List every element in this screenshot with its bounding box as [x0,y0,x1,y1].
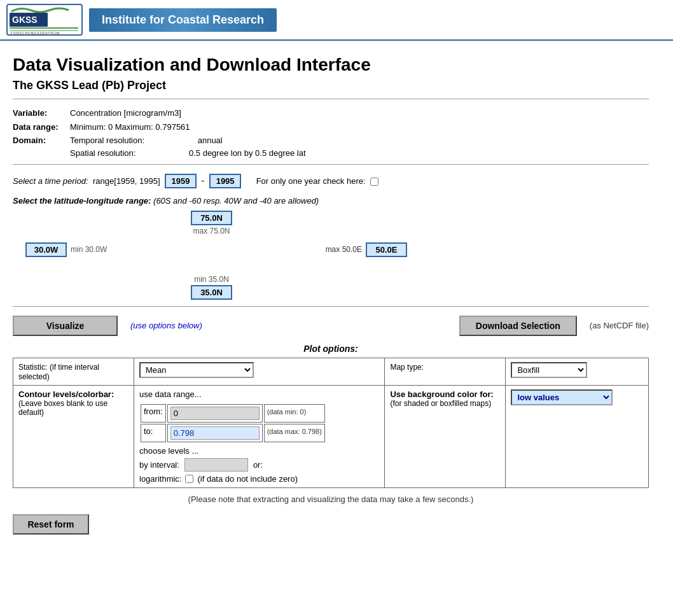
interval-row: by interval: or: [139,458,379,472]
bg-color-control-cell: low values high values none [506,385,649,487]
south-input[interactable] [191,285,232,300]
netcdf-label: (as NetCDF file) [590,321,649,330]
data-range-label: Data range: [13,121,70,134]
south-min-label: min 35.0N [191,275,232,284]
contour-controls-cell: use data range... from: (data min: 0) [134,385,385,487]
north-input[interactable] [191,211,232,225]
variable-value: Concentration [microgram/m3] [70,107,181,120]
data-range-value: Minimum: 0 Maximum: 0.797561 [70,121,190,134]
time-label: Select a time period: [13,176,88,186]
metadata-section: Variable: Concentration [microgram/m3] D… [13,107,649,158]
domain-value: Temporal resolution: annual [70,134,223,147]
logarithmic-checkbox[interactable] [185,475,193,483]
logarithmic-label: logarithmic: [139,474,181,484]
latlon-label: Select the latitude-longitude range: (60… [13,196,649,206]
interval-input[interactable] [184,458,248,472]
data-min-label: (data min: 0) [267,408,307,416]
to-label-cell: to: [141,424,166,442]
header-banner: GKSS FORSCHUNGSZENTRUM Institute for Coa… [0,0,673,41]
map-type-select[interactable]: Boxfill Shaded Contour [511,362,587,378]
contour-hint: (Leave boxes blank to use default) [18,399,128,417]
to-input-cell [167,424,263,442]
use-options-text: (use options below) [130,321,202,330]
map-type-label-cell: Map type: [385,358,506,385]
spatial-value: 0.5 degree lon by 0.5 degree lat [189,148,306,158]
bg-color-label: Use background color for: [390,389,500,399]
time-section: Select a time period: range[1959, 1995] … [13,174,649,188]
svg-text:FORSCHUNGSZENTRUM: FORSCHUNGSZENTRUM [11,31,60,34]
data-range-row: Data range: Minimum: 0 Maximum: 0.797561 [13,121,649,134]
logo-area: GKSS FORSCHUNGSZENTRUM Institute for Coa… [6,4,277,36]
buttons-row: Visualize (use options below) Download S… [13,316,649,336]
plot-options-table: Statistic: (if time interval selected) M… [13,358,649,488]
east-max-label: max 50.0E [326,245,362,254]
time-range-text: range[1959, 1995] [93,176,160,186]
west-input[interactable] [25,242,67,257]
bg-color-hint: (for shaded or boxfilled maps) [390,399,500,408]
section-divider-3 [13,306,649,307]
download-button[interactable]: Download Selection [459,316,577,336]
domain-row: Domain: Temporal resolution: annual [13,134,649,147]
logarithmic-row: logarithmic: (if data do not include zer… [139,474,379,484]
data-max-cell: (data max: 0.798) [264,424,325,442]
east-input[interactable] [366,242,407,257]
page-content: Data Visualization and Download Interfac… [0,41,662,551]
to-label: to: [144,426,153,436]
variable-row: Variable: Concentration [microgram/m3] [13,107,649,120]
west-min-label: min 30.0W [71,245,107,254]
latlon-label-text: Select the latitude-longitude range: [13,196,151,206]
latlon-east: max 50.0E [326,242,407,257]
choose-levels-text: choose levels ... [139,446,379,456]
contour-inner-table: from: (data min: 0) to: [139,403,326,444]
page-title: Data Visualization and Download Interfac… [13,55,649,75]
logo-svg: GKSS FORSCHUNGSZENTRUM [8,5,81,34]
statistic-label: Statistic: [18,363,47,372]
svg-text:GKSS: GKSS [12,15,38,25]
logarithmic-hint: (if data do not include zero) [197,474,298,484]
time-start-input[interactable] [165,174,197,188]
data-max-label: (data max: 0.798) [267,428,322,435]
section-divider-1 [13,99,649,99]
plot-options-title: Plot options: [13,344,649,354]
statistic-select[interactable]: Mean Minimum Maximum Standard Deviation [139,362,254,378]
latlon-section: Select the latitude-longitude range: (60… [13,196,649,300]
or-label: or: [253,460,263,470]
latlon-north: max 75.0N [191,211,232,235]
north-max-label: max 75.0N [191,227,232,235]
time-end-input[interactable] [209,174,241,188]
map-type-control-cell: Boxfill Shaded Contour [506,358,649,385]
bg-color-label-cell: Use background color for: (for shaded or… [385,385,506,487]
latlon-south: min 35.0N [191,275,232,300]
time-separator: - [202,176,207,186]
reset-button[interactable]: Reset form [13,514,89,535]
statistic-control-cell: Mean Minimum Maximum Standard Deviation [134,358,385,385]
latlon-grid: max 75.0N min 30.0W max 50.0E min 35.0N [25,211,407,300]
from-input[interactable] [170,407,260,420]
bg-color-select[interactable]: low values high values none [511,389,613,405]
statistic-label-cell: Statistic: (if time interval selected) [13,358,134,385]
from-input-cell [167,404,263,423]
spatial-row: Spatial resolution: 0.5 degree lon by 0.… [70,148,649,158]
from-label: from: [144,407,163,416]
project-title: The GKSS Lead (Pb) Project [13,79,649,92]
data-min-cell: (data min: 0) [264,404,325,423]
section-divider-2 [13,164,649,165]
visualize-button[interactable]: Visualize [13,316,118,336]
one-year-label: For only one year check here: [256,176,366,186]
map-type-label: Map type: [390,363,424,372]
use-data-range-text: use data range... [139,389,379,399]
temporal-value: annual [198,136,223,145]
contour-label: Contour levels/colorbar: [18,389,128,399]
domain-label: Domain: [13,134,70,147]
logo-box: GKSS FORSCHUNGSZENTRUM [6,4,83,36]
latlon-hint: (60S and -60 resp. 40W and -40 are allow… [153,196,319,206]
spatial-label: Spatial resolution: [70,148,135,158]
variable-label: Variable: [13,107,70,120]
institute-title: Institute for Coastal Research [89,8,277,32]
footer-note: (Please note that extracting and visuali… [13,494,649,504]
one-year-checkbox[interactable] [370,178,378,186]
to-input[interactable] [170,426,260,440]
interval-label: by interval: [139,460,179,470]
from-label-cell: from: [141,404,166,423]
latlon-west: min 30.0W [25,242,107,257]
